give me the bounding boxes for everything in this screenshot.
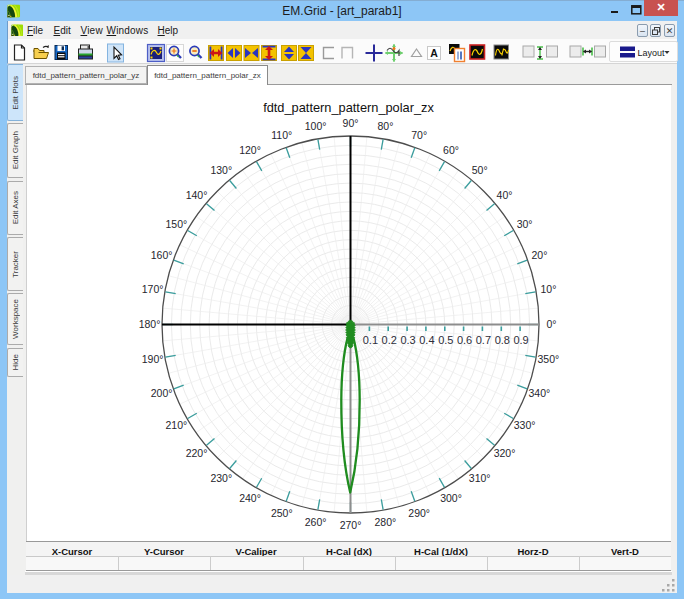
svg-text:210°: 210° bbox=[166, 419, 188, 431]
svg-text:70°: 70° bbox=[411, 129, 427, 141]
svg-text:Layout: Layout bbox=[638, 48, 666, 58]
svg-text:0.9: 0.9 bbox=[513, 334, 528, 346]
svg-text:0.2: 0.2 bbox=[382, 334, 397, 346]
svg-text:110°: 110° bbox=[271, 129, 292, 141]
svg-text:10°: 10° bbox=[540, 283, 556, 295]
svg-text:150°: 150° bbox=[166, 218, 188, 230]
svg-text:230°: 230° bbox=[210, 472, 232, 484]
svg-text:120°: 120° bbox=[239, 144, 261, 156]
svg-text:340°: 340° bbox=[529, 387, 551, 399]
svg-text:240°: 240° bbox=[239, 492, 261, 504]
svg-text:330°: 330° bbox=[514, 419, 536, 431]
svg-text:250°: 250° bbox=[271, 507, 293, 519]
svg-text:A: A bbox=[430, 47, 438, 59]
svg-text:0.8: 0.8 bbox=[495, 334, 510, 346]
svg-text:200°: 200° bbox=[151, 387, 173, 399]
svg-text:30°: 30° bbox=[517, 218, 533, 230]
svg-text:50°: 50° bbox=[472, 164, 488, 176]
svg-text:300°: 300° bbox=[440, 492, 462, 504]
svg-text:130°: 130° bbox=[210, 164, 232, 176]
svg-text:60°: 60° bbox=[443, 144, 459, 156]
svg-text:320°: 320° bbox=[494, 447, 516, 459]
svg-text:180°: 180° bbox=[139, 318, 161, 330]
svg-text:80°: 80° bbox=[377, 120, 393, 132]
svg-text:310°: 310° bbox=[469, 472, 491, 484]
svg-text:0.6: 0.6 bbox=[457, 334, 472, 346]
svg-text:100°: 100° bbox=[305, 120, 327, 132]
svg-text:140°: 140° bbox=[186, 189, 208, 201]
svg-text:0.3: 0.3 bbox=[400, 334, 415, 346]
svg-text:220°: 220° bbox=[186, 447, 208, 459]
svg-text:0.4: 0.4 bbox=[419, 334, 434, 346]
svg-text:170°: 170° bbox=[142, 283, 164, 295]
svg-text:350°: 350° bbox=[538, 353, 560, 365]
svg-text:280°: 280° bbox=[375, 516, 397, 528]
svg-text:0.5: 0.5 bbox=[438, 334, 453, 346]
svg-text:190°: 190° bbox=[142, 353, 164, 365]
svg-text:40°: 40° bbox=[497, 189, 513, 201]
svg-text:270°: 270° bbox=[340, 519, 362, 531]
svg-text:160°: 160° bbox=[151, 249, 173, 261]
svg-text:0.7: 0.7 bbox=[476, 334, 491, 346]
svg-text:260°: 260° bbox=[305, 516, 327, 528]
svg-text:0.1: 0.1 bbox=[363, 334, 378, 346]
svg-text:20°: 20° bbox=[531, 249, 547, 261]
svg-text:90°: 90° bbox=[343, 117, 359, 129]
svg-text:290°: 290° bbox=[408, 507, 430, 519]
svg-text:0°: 0° bbox=[546, 318, 556, 330]
